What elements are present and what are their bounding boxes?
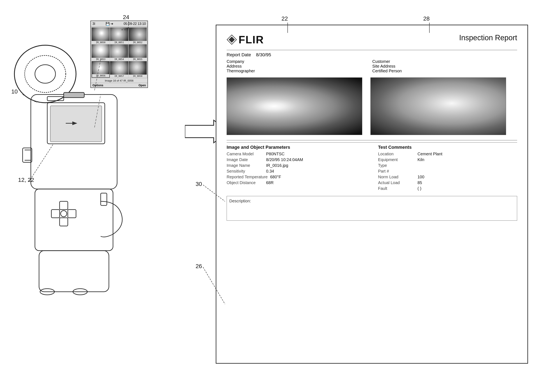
param-norm-load-label: Norm Load: [378, 175, 415, 179]
report-title: Inspection Report: [459, 33, 517, 42]
flir-logo: FLIR: [227, 33, 264, 46]
param-object-distance-label: Object Distance: [227, 180, 264, 185]
ref-label-28: 28: [423, 15, 430, 22]
flir-diamond-icon: [227, 34, 237, 45]
image-params-block: Image and Object Parameters Camera Model…: [227, 145, 366, 192]
thumb-cell-ir0055[interactable]: IR_0055: [129, 44, 147, 61]
ref-label-22: 22: [282, 15, 288, 22]
report-date-value: 8/30/95: [256, 52, 271, 57]
thumb-image-ir0052: [129, 27, 147, 42]
param-type-label: Type: [378, 163, 415, 168]
param-norm-load-value: 100: [417, 175, 424, 179]
param-actual-load: Actual Load 85: [378, 180, 517, 185]
report-date-row: Report Date 8/30/95: [227, 52, 517, 58]
param-reported-temp-label: Reported Temperature: [227, 175, 268, 179]
report-date-label: Report Date: [227, 52, 251, 57]
param-image-name-label: Image Name: [227, 163, 264, 168]
thumb-label-ir0052: IR_0052: [129, 41, 147, 44]
thumb-cell-ir0052[interactable]: IR_0052: [129, 27, 147, 44]
thumbnail-panel: 3I 💾 ➔ 05-09-22 13:10 IR_0050 IR_0051 IR…: [90, 21, 148, 88]
thermal-image-box: [227, 77, 362, 135]
thumb-cell-ir0050[interactable]: IR_0050: [92, 27, 110, 44]
svg-rect-10: [51, 210, 60, 218]
thumb-grid: IR_0050 IR_0051 IR_0052 IR_0053 IR_0054: [91, 27, 147, 78]
param-image-name: Image Name IR_0016.jpg: [227, 163, 366, 168]
thumb-image-ir0057: [110, 61, 128, 75]
thumb-header: 3I 💾 ➔ 05-09-22 13:10: [91, 21, 147, 27]
company-block: Company Address Thermographer: [227, 59, 371, 73]
svg-rect-22: [64, 93, 84, 98]
flir-logo-text: FLIR: [238, 33, 264, 46]
thumb-cell-ir0056[interactable]: IR_0056: [92, 61, 110, 78]
thumb-label-ir0055: IR_0055: [129, 58, 147, 61]
thumb-label-ir0051: IR_0051: [110, 41, 128, 44]
param-type: Type: [378, 163, 517, 168]
customer-label: Customer: [372, 59, 517, 64]
thumb-header-left: 3I: [92, 22, 95, 26]
svg-rect-7: [35, 189, 113, 251]
visible-image-box: [370, 77, 506, 135]
thumb-image-ir0058: [129, 61, 147, 75]
thumb-cell-ir0057[interactable]: IR_0057: [110, 61, 128, 78]
param-actual-load-value: 85: [417, 180, 422, 185]
param-reported-temp-value: 680°F: [270, 175, 281, 179]
ref-label-30: 30: [195, 181, 202, 187]
param-image-date-label: Image Date: [227, 157, 264, 162]
param-object-distance-value: 68R: [266, 180, 274, 185]
param-fault-value: ( ): [417, 186, 421, 191]
thumb-image-ir0050: [92, 27, 110, 42]
param-sensitivity-label: Sensitivity: [227, 169, 264, 174]
report-panel: FLIR Inspection Report Report Date 8/30/…: [216, 25, 528, 364]
report-header: FLIR Inspection Report: [227, 33, 517, 46]
thumb-open-button[interactable]: Open: [138, 84, 146, 87]
svg-rect-5: [50, 106, 102, 142]
thumb-image-ir0054: [110, 44, 128, 58]
thumb-cell-ir0054[interactable]: IR_0054: [110, 44, 128, 61]
svg-rect-12: [60, 218, 68, 226]
thumb-label-ir0054: IR_0054: [110, 58, 128, 61]
svg-marker-25: [229, 37, 235, 43]
param-fault-label: Fault: [378, 186, 415, 191]
thumb-cell-ir0053[interactable]: IR_0053: [92, 44, 110, 61]
svg-point-13: [61, 211, 67, 217]
svg-rect-8: [39, 251, 109, 292]
test-comments-block: Test Comments Location Cement Plant Equi…: [378, 145, 517, 192]
thumb-footer-text: Image 16 of 47 IR_0056: [91, 78, 147, 83]
param-equipment-value: Kiln: [417, 157, 424, 162]
param-sensitivity: Sensitivity 0.34: [227, 169, 366, 174]
thermal-image: [227, 78, 362, 135]
param-object-distance: Object Distance 68R: [227, 180, 366, 185]
param-sensitivity-value: 0.34: [266, 169, 274, 174]
customer-block: Customer Site Address Certified Person: [372, 59, 517, 73]
param-equipment-label: Equipment: [378, 157, 415, 162]
thumb-options-button[interactable]: Options: [92, 84, 103, 87]
param-location-value: Cement Plant: [417, 152, 442, 156]
thumb-label-ir0058: IR_0058: [129, 75, 147, 78]
report-date-block: Report Date 8/30/95: [227, 52, 271, 58]
company-label: Company: [227, 59, 371, 64]
param-equipment: Equipment Kiln: [378, 157, 517, 162]
svg-rect-14: [101, 193, 107, 206]
param-location-label: Location: [378, 152, 415, 156]
description-label: Description:: [229, 199, 515, 203]
param-image-date: Image Date 8/20/95 10:24:04AM: [227, 157, 366, 162]
param-camera-model: Camera Model P80NTSC: [227, 152, 366, 156]
certified-person-label: Certified Person: [372, 69, 517, 73]
address-label: Address: [227, 64, 371, 69]
thumb-cell-ir0051[interactable]: IR_0051: [110, 27, 128, 44]
thumb-image-ir0051: [110, 27, 128, 42]
main-container: 24 10 12, 22 22 28 30 26: [0, 0, 542, 392]
parameters-section: Image and Object Parameters Camera Model…: [227, 142, 517, 192]
thumb-cell-ir0058[interactable]: IR_0058: [129, 61, 147, 78]
thermographer-label: Thermographer: [227, 69, 371, 73]
test-comments-title: Test Comments: [378, 145, 517, 150]
thumb-label-ir0050: IR_0050: [92, 41, 110, 44]
thumb-label-ir0057: IR_0057: [110, 75, 128, 78]
param-reported-temp: Reported Temperature 680°F: [227, 175, 366, 179]
thumb-buttons: Options Open: [91, 83, 147, 87]
thumb-image-ir0056: [92, 62, 109, 76]
thumb-label-ir0056: IR_0056: [92, 74, 109, 77]
thumb-header-icons: 💾 ➔: [106, 22, 113, 26]
param-camera-model-value: P80NTSC: [266, 152, 285, 156]
param-actual-load-label: Actual Load: [378, 180, 415, 185]
